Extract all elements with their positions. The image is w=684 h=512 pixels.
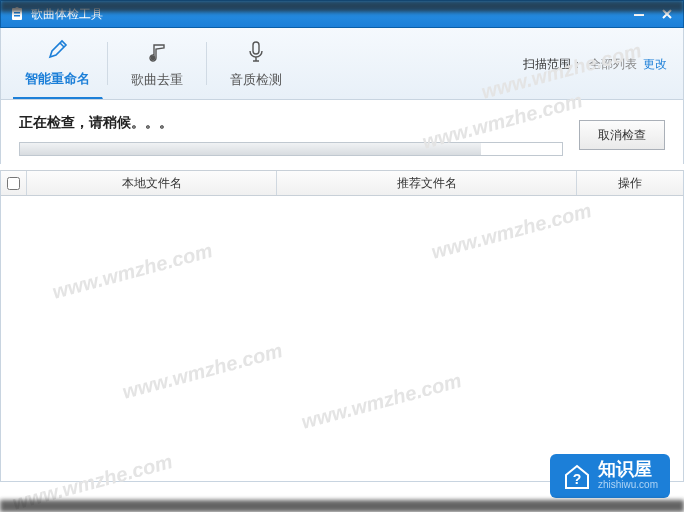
titlebar: 歌曲体检工具 [0, 0, 684, 28]
tab-dedup[interactable]: 歌曲去重 [112, 28, 202, 99]
table-body [0, 196, 684, 482]
select-all-checkbox[interactable] [7, 177, 20, 190]
svg-rect-1 [14, 12, 20, 14]
table-header: 本地文件名 推荐文件名 操作 [0, 170, 684, 196]
scan-scope: 扫描范围： 全部列表 更改 [523, 55, 667, 72]
scan-scope-change-link[interactable]: 更改 [643, 55, 667, 72]
tab-label: 音质检测 [230, 71, 282, 89]
minimize-button[interactable] [631, 6, 647, 22]
progress-bar [19, 142, 563, 156]
select-all-cell [1, 171, 27, 195]
microphone-icon [243, 39, 269, 65]
svg-rect-3 [634, 14, 644, 16]
tab-smart-rename[interactable]: 智能重命名 [13, 28, 103, 99]
svg-rect-2 [14, 15, 20, 17]
progress-fill [20, 143, 481, 155]
scan-scope-value: 全部列表 [589, 55, 637, 72]
svg-rect-5 [253, 42, 259, 54]
tab-label: 歌曲去重 [131, 71, 183, 89]
window-title: 歌曲体检工具 [31, 6, 631, 23]
status-area: 正在检查，请稍候。。。 取消检查 [0, 100, 684, 164]
app-icon [9, 6, 25, 22]
scan-scope-label: 扫描范围： [523, 55, 583, 72]
status-text: 正在检查，请稍候。。。 [19, 114, 563, 132]
svg-point-4 [150, 55, 155, 60]
svg-rect-0 [12, 8, 22, 20]
house-question-icon: ? [562, 461, 592, 491]
column-recommend-filename: 推荐文件名 [277, 171, 577, 195]
tab-label: 智能重命名 [25, 70, 90, 88]
brand-name-cn: 知识屋 [598, 460, 658, 478]
column-local-filename: 本地文件名 [27, 171, 277, 195]
music-note-icon [144, 39, 170, 65]
column-action: 操作 [577, 171, 683, 195]
brand-badge: ? 知识屋 zhishiwu.com [550, 454, 670, 498]
cancel-check-button[interactable]: 取消检查 [579, 120, 665, 150]
close-button[interactable] [659, 6, 675, 22]
tab-quality[interactable]: 音质检测 [211, 28, 301, 99]
pencil-icon [45, 38, 71, 64]
brand-name-en: zhishiwu.com [598, 478, 658, 492]
toolbar: 智能重命名 歌曲去重 音质检测 扫描范围： 全部列表 更改 [0, 28, 684, 100]
svg-text:?: ? [573, 471, 582, 487]
tab-separator [107, 42, 108, 85]
tab-separator [206, 42, 207, 85]
